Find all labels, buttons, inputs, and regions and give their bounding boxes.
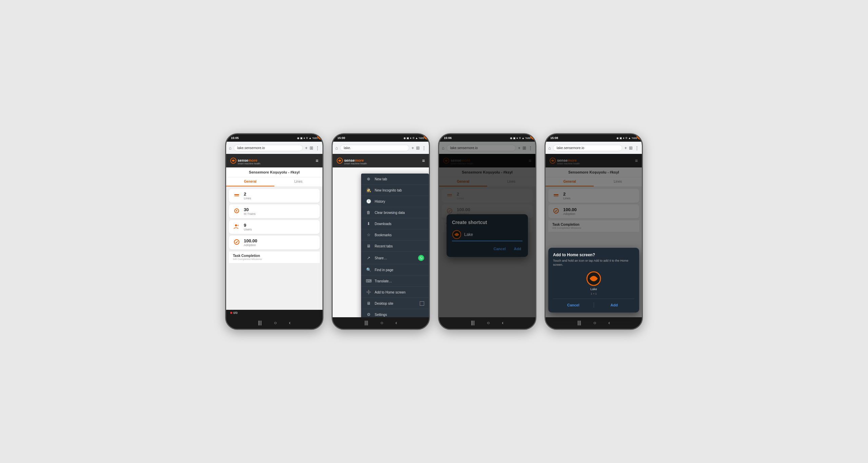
desktop-checkbox[interactable]	[420, 301, 424, 306]
find-icon: 🔍	[366, 267, 371, 272]
more-icon-d[interactable]: ⋮	[635, 145, 639, 150]
nav-back-a[interactable]: ‹	[289, 320, 291, 325]
dot-value-a: 0/0	[233, 311, 238, 315]
browser-icons-b: + ⊞ ⋮	[411, 145, 426, 150]
url-box-b[interactable]: lake.	[340, 145, 410, 151]
nav-home-c[interactable]: ○	[487, 320, 490, 325]
add-home-cancel-btn[interactable]: Cancel	[553, 302, 594, 308]
nav-menu-a[interactable]: |||	[258, 320, 262, 325]
home-icon-d[interactable]: ⌂	[548, 145, 551, 150]
nav-home-b[interactable]: ○	[380, 320, 383, 325]
dialog-app-icon-c	[452, 230, 461, 239]
menu-translate[interactable]: ⌨ Translate…	[361, 276, 429, 287]
logo-a: sensemore smart machine health	[230, 157, 260, 165]
downloads-label: Downloads	[375, 222, 391, 226]
stat-adoption-a: 100.00 Adoption	[229, 236, 320, 249]
menu-share[interactable]: ↗ Share…	[361, 252, 429, 264]
tabs-count-icon-d[interactable]: ⊞	[629, 145, 633, 150]
tab-lines-d[interactable]: Lines	[594, 177, 642, 186]
logo-icon-a	[230, 158, 236, 164]
menu-downloads[interactable]: ⬇ Downloads	[361, 218, 429, 229]
hamburger-a[interactable]: ≡	[316, 158, 318, 163]
new-tab-icon-b[interactable]: +	[411, 145, 414, 150]
shortcut-name-input[interactable]	[464, 232, 522, 237]
hamburger-d[interactable]: ≡	[635, 158, 638, 163]
stat-label-adoption-d: Adoption	[563, 212, 577, 216]
adoption-icon-d	[552, 208, 560, 215]
new-tab-icon-d[interactable]: +	[624, 145, 627, 150]
menu-bookmarks[interactable]: ☆ Bookmarks	[361, 229, 429, 241]
nav-menu-d[interactable]: |||	[577, 320, 581, 325]
lines-icon-d	[552, 192, 560, 200]
tab-general-a[interactable]: General	[226, 177, 274, 186]
menu-clear-browsing[interactable]: 🗑 Clear browsing data	[361, 207, 429, 218]
app-header-b: sensemore smart machine health ≡	[333, 154, 429, 167]
nav-back-b[interactable]: ‹	[395, 320, 397, 325]
stat-label-adoption-a: Adoption	[244, 243, 257, 247]
new-tab-icon-c[interactable]: +	[518, 145, 520, 150]
menu-settings[interactable]: ⚙ Settings	[361, 309, 429, 317]
dialog-add-btn[interactable]: Add	[513, 246, 522, 251]
stat-info-adoption-d: 100.00 Adoption	[563, 207, 577, 216]
tabs-count-icon-c[interactable]: ⊞	[522, 145, 526, 150]
desktop-label: Desktop site	[375, 302, 393, 305]
add-home-img	[586, 271, 601, 286]
app-header-d: sensemore smart machine health ≡	[546, 154, 642, 167]
menu-history[interactable]: 🕐 History	[361, 196, 429, 207]
recent-tabs-label: Recent tabs	[375, 244, 393, 248]
tabs-count-icon-b[interactable]: ⊞	[416, 145, 420, 150]
stat-label-lines-d: Lines	[563, 197, 571, 200]
dropdown-overlay-b: ⊕ New tab 🕵 New Incognito tab 🕐 History …	[333, 174, 429, 317]
browser-icons-a: + ⊞ ⋮	[305, 145, 320, 150]
lines-icon-a	[233, 192, 240, 200]
nav-menu-b[interactable]: |||	[364, 320, 368, 325]
app-header-a: sensemore smart machine health ≡	[226, 154, 322, 167]
bookmarks-label: Bookmarks	[375, 233, 392, 237]
status-bar-c: 15:06 ◉ ▣ ♦ ❊ ▲ %88	[439, 134, 535, 142]
nav-back-d[interactable]: ‹	[608, 320, 610, 325]
stat-label-lines-a: Lines	[244, 197, 251, 200]
url-box-d[interactable]: lake.sensemore.io	[553, 145, 623, 151]
stat-lines-a: 2 Lines	[229, 189, 320, 203]
svg-point-6	[237, 225, 239, 226]
url-box-a[interactable]: lake.sensemore.io	[234, 145, 303, 151]
add-home-app-size: 1 × 1	[591, 292, 597, 295]
tab-general-d[interactable]: General	[546, 177, 594, 186]
menu-desktop-site[interactable]: 🖥 Desktop site	[361, 298, 429, 309]
stat-lines-d: 2 Lines	[548, 189, 639, 203]
menu-add-home[interactable]: ➕ Add to Home screen	[361, 287, 429, 298]
add-home-label: Add to Home screen	[375, 290, 406, 294]
stat-label-users-a: Users	[244, 228, 252, 231]
nav-menu-c[interactable]: |||	[471, 320, 475, 325]
dialog-cancel-btn[interactable]: Cancel	[492, 246, 507, 251]
nav-home-a[interactable]: ○	[274, 320, 277, 325]
more-icon-a[interactable]: ⋮	[315, 145, 320, 150]
page-title-d: Sensemore Koşuyolu - #ksyl	[546, 167, 642, 177]
add-home-app-name: Lake	[590, 287, 597, 291]
svg-rect-2	[234, 196, 239, 197]
home-icon-a[interactable]: ⌂	[229, 145, 232, 150]
nav-back-c[interactable]: ‹	[502, 320, 504, 325]
hamburger-b[interactable]: ≡	[422, 158, 425, 163]
new-tab-icon-a[interactable]: +	[305, 145, 308, 150]
home-icon-c[interactable]: ⌂	[442, 145, 445, 150]
menu-new-tab[interactable]: ⊕ New tab	[361, 174, 429, 185]
more-icon-c[interactable]: ⋮	[528, 145, 533, 150]
tab-lines-a[interactable]: Lines	[274, 177, 322, 186]
tabs-bar-a: General Lines	[226, 177, 322, 187]
menu-recent-tabs[interactable]: 🖥 Recent tabs	[361, 241, 429, 252]
desktop-icon: 🖥	[366, 301, 371, 306]
menu-find-in-page[interactable]: 🔍 Find in page	[361, 264, 429, 276]
dialog-actions-c: Cancel Add	[452, 246, 522, 251]
stat-info-lines-a: 2 Lines	[244, 192, 251, 200]
bottom-bar-a: 0/0	[226, 310, 322, 317]
nav-home-d[interactable]: ○	[593, 320, 596, 325]
menu-incognito[interactable]: 🕵 New Incognito tab	[361, 185, 429, 196]
add-home-add-btn[interactable]: Add	[594, 302, 635, 308]
more-icon-b[interactable]: ⋮	[422, 145, 426, 150]
url-box-c[interactable]: lake.sensemore.io	[447, 145, 516, 151]
stat-label-mtrains-a: M.Trains	[244, 212, 256, 216]
tabs-count-icon-a[interactable]: ⊞	[310, 145, 313, 150]
status-bar-b: 15:00 ◉ ▣ ♦ ❊ ▲ %89	[333, 134, 429, 142]
home-icon-b[interactable]: ⌂	[335, 145, 338, 150]
